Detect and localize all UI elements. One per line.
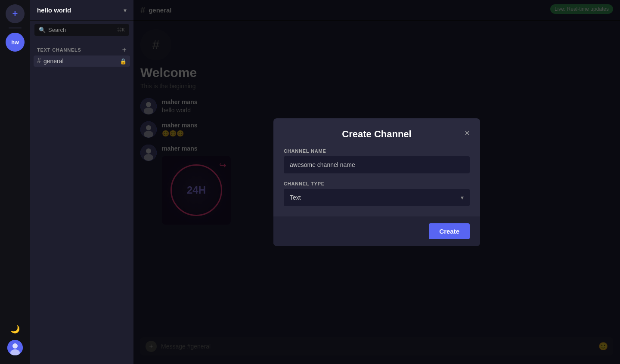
modal-body: Create Channel × CHANNEL NAME Channel Ty… — [273, 118, 480, 206]
icon-bar: + hw 🌙 — [0, 0, 30, 364]
sidebar-header[interactable]: hello world ▾ — [30, 0, 133, 21]
channel-name-field-label: CHANNEL NAME — [284, 148, 470, 154]
channel-hash-icon: # — [37, 57, 41, 65]
channels-header: TEXT CHANNELS + — [34, 46, 130, 54]
svg-point-3 — [12, 343, 18, 349]
sidebar-title: hello world — [37, 6, 124, 14]
main-content: # general Live: Real-time updates # Welc… — [133, 0, 620, 364]
icon-bar-bottom: 🌙 — [7, 323, 23, 360]
add-server-button[interactable]: + — [6, 4, 25, 23]
search-bar[interactable]: 🔍 Search ⌘K — [34, 24, 129, 36]
moon-icon[interactable]: 🌙 — [9, 323, 22, 336]
channel-type-select[interactable]: Text Voice — [284, 189, 470, 206]
search-shortcut: ⌘K — [117, 27, 125, 33]
channel-name-input[interactable] — [284, 156, 470, 173]
channel-type-field-label: Channel Type — [284, 181, 470, 186]
server-icon[interactable]: hw — [6, 33, 25, 52]
chevron-down-icon: ▾ — [124, 7, 127, 14]
channel-lock-icon: 🔒 — [120, 58, 127, 65]
add-channel-button[interactable]: + — [122, 46, 127, 54]
modal-overlay: Create Channel × CHANNEL NAME Channel Ty… — [133, 0, 620, 364]
search-label: Search — [48, 27, 115, 33]
sidebar: hello world ▾ 🔍 Search ⌘K TEXT CHANNELS … — [30, 0, 133, 364]
text-channels-label: TEXT CHANNELS — [37, 47, 122, 52]
modal-title-row: Create Channel × — [284, 129, 470, 148]
svg-text:hw: hw — [11, 39, 19, 46]
modal-footer: Create — [273, 216, 480, 246]
modal-title: Create Channel — [342, 129, 411, 140]
user-avatar-icon[interactable] — [7, 340, 23, 355]
create-channel-button[interactable]: Create — [429, 223, 470, 239]
modal-close-button[interactable]: × — [465, 129, 470, 137]
channels-section: TEXT CHANNELS + # general 🔒 — [30, 39, 133, 68]
icon-divider — [9, 28, 22, 28]
create-channel-modal: Create Channel × CHANNEL NAME Channel Ty… — [273, 118, 480, 246]
channel-item-general[interactable]: # general 🔒 — [34, 56, 130, 67]
channel-name-label: general — [43, 58, 117, 65]
search-icon: 🔍 — [39, 27, 46, 33]
channel-type-select-wrap: Text Voice ▾ — [284, 189, 470, 206]
